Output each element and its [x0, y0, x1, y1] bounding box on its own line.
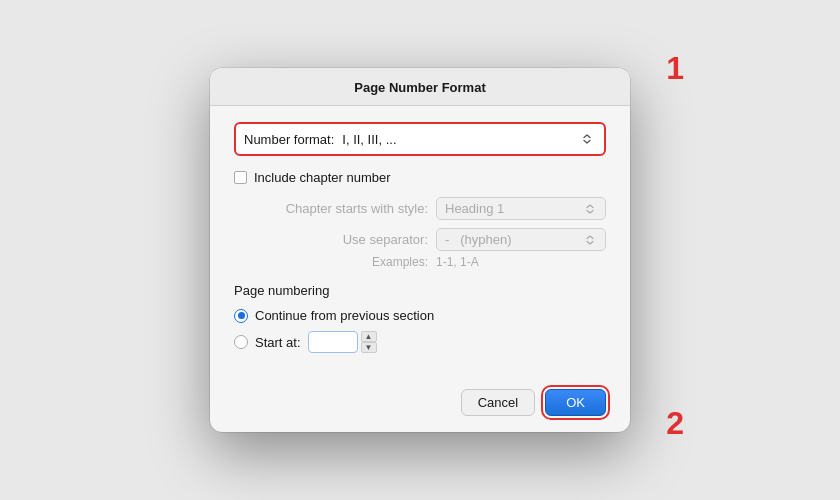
include-chapter-label: Include chapter number — [254, 170, 391, 185]
chapter-starts-spinner — [583, 202, 597, 216]
chapter-starts-row: Chapter starts with style: Heading 1 — [234, 197, 606, 220]
start-at-input[interactable] — [308, 331, 358, 353]
examples-row: Examples: 1-1, 1-A — [234, 255, 606, 269]
start-at-input-wrapper: ▲ ▼ — [308, 331, 377, 353]
separator-spinner — [583, 233, 597, 247]
continue-radio-label: Continue from previous section — [255, 308, 434, 323]
start-at-row: Start at: ▲ ▼ — [234, 331, 606, 353]
examples-label: Examples: — [372, 255, 428, 269]
number-format-spinner-icon[interactable] — [578, 130, 596, 148]
include-chapter-row[interactable]: Include chapter number — [234, 170, 606, 185]
chapter-starts-label: Chapter starts with style: — [286, 201, 428, 216]
continue-radio-button[interactable] — [234, 309, 248, 323]
start-at-spinner[interactable]: ▲ ▼ — [361, 331, 377, 353]
dialog-footer: Cancel OK — [210, 379, 630, 432]
start-at-decrement[interactable]: ▼ — [361, 342, 377, 353]
annotation-2: 2 — [666, 405, 684, 442]
page-numbering-label: Page numbering — [234, 283, 606, 298]
page-numbering-section: Page numbering Continue from previous se… — [234, 283, 606, 353]
number-format-value: I, II, III, ... — [342, 132, 396, 147]
cancel-button[interactable]: Cancel — [461, 389, 535, 416]
chapter-starts-value: Heading 1 — [445, 201, 583, 216]
page-number-format-dialog: Page Number Format Number format: I, II,… — [210, 68, 630, 432]
include-chapter-checkbox[interactable] — [234, 171, 247, 184]
start-at-increment[interactable]: ▲ — [361, 331, 377, 342]
separator-select: - (hyphen) — [436, 228, 606, 251]
dialog-wrapper: Page Number Format Number format: I, II,… — [210, 68, 630, 432]
separator-row: Use separator: - (hyphen) — [234, 228, 606, 251]
separator-label: Use separator: — [343, 232, 428, 247]
dialog-title-text: Page Number Format — [354, 80, 485, 95]
number-format-label: Number format: — [244, 132, 334, 147]
number-format-select[interactable]: I, II, III, ... — [342, 130, 596, 148]
start-at-radio-button[interactable] — [234, 335, 248, 349]
examples-value: 1-1, 1-A — [436, 255, 606, 269]
number-format-row: Number format: I, II, III, ... — [234, 122, 606, 156]
chapter-starts-select: Heading 1 — [436, 197, 606, 220]
ok-button[interactable]: OK — [545, 389, 606, 416]
separator-value: - (hyphen) — [445, 232, 511, 247]
start-at-label: Start at: — [255, 335, 301, 350]
dialog-body: Number format: I, II, III, ... Include c… — [210, 106, 630, 379]
dialog-title: Page Number Format — [210, 68, 630, 106]
annotation-1: 1 — [666, 50, 684, 87]
continue-radio-row[interactable]: Continue from previous section — [234, 308, 606, 323]
